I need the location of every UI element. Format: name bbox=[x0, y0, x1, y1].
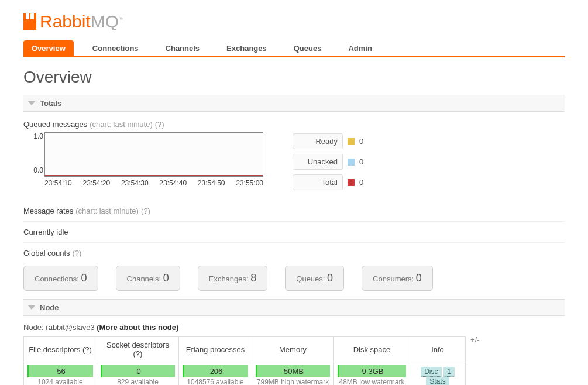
badge-stats[interactable]: Stats bbox=[426, 377, 449, 385]
disk-sub: 48MB low watermark bbox=[339, 378, 404, 385]
fd-value: 56 bbox=[27, 365, 93, 377]
x-tick: 23:54:10 bbox=[44, 179, 72, 187]
x-tick: 23:54:50 bbox=[198, 179, 225, 187]
count-label: Queues: bbox=[296, 274, 325, 283]
legend-label-unacked[interactable]: Unacked bbox=[293, 154, 343, 170]
count-value: 8 bbox=[250, 272, 256, 284]
y-axis: 1.0 0.0 bbox=[23, 132, 43, 174]
th-fd: File descriptors (?) bbox=[24, 337, 97, 362]
global-counts-label: Global counts (?) bbox=[23, 249, 565, 257]
ep-value: 206 bbox=[183, 365, 248, 377]
legend-label-total[interactable]: Total bbox=[293, 174, 343, 190]
tab-overview[interactable]: Overview bbox=[23, 40, 74, 56]
cell-disk: 9.3GB 48MB low watermark bbox=[334, 362, 410, 386]
x-tick: 23:54:20 bbox=[82, 179, 110, 187]
cell-sd: 0 829 available bbox=[97, 362, 179, 386]
brand-name: RabbitMQ™ bbox=[40, 12, 124, 32]
node-prefix: Node: bbox=[23, 323, 44, 332]
section-totals-title: Totals bbox=[40, 99, 61, 108]
queued-chart-hint: (chart: last minute) bbox=[90, 120, 153, 129]
count-connections[interactable]: Connections: 0 bbox=[23, 266, 98, 291]
th-disk: Disk space bbox=[334, 337, 410, 362]
cell-info: Disc 1 Stats bbox=[410, 362, 466, 386]
legend-ready: Ready 0 bbox=[293, 133, 371, 149]
logo: RabbitMQ™ bbox=[23, 12, 565, 32]
gc-label-text: Global counts bbox=[23, 249, 70, 257]
chart-plot bbox=[44, 132, 263, 177]
th-sd: Socket descriptors (?) bbox=[97, 337, 179, 362]
count-consumers[interactable]: Consumers: 0 bbox=[362, 266, 433, 291]
count-channels[interactable]: Channels: 0 bbox=[116, 266, 180, 291]
count-value: 0 bbox=[81, 272, 87, 284]
th-mem: Memory bbox=[252, 337, 334, 362]
count-value: 0 bbox=[416, 272, 422, 284]
count-exchanges[interactable]: Exchanges: 8 bbox=[198, 266, 268, 291]
node-name: rabbit@slave3 bbox=[46, 323, 94, 332]
x-tick: 23:55:00 bbox=[236, 179, 263, 187]
message-rates-label: Message rates (chart: last minute) (?) bbox=[23, 207, 565, 215]
node-table: File descriptors (?) Socket descriptors … bbox=[23, 336, 466, 385]
sd-sub: 829 available bbox=[117, 378, 159, 385]
cell-mem: 50MB 799MB high watermark bbox=[252, 362, 334, 386]
count-value: 0 bbox=[163, 272, 169, 284]
queued-messages-label: Queued messages (chart: last minute) (?) bbox=[23, 120, 565, 129]
legend-label-ready[interactable]: Ready bbox=[293, 133, 343, 149]
x-tick: 23:54:40 bbox=[159, 179, 187, 187]
table-header-row: File descriptors (?) Socket descriptors … bbox=[24, 337, 466, 362]
legend-value-total: 0 bbox=[359, 178, 371, 187]
th-info: Info bbox=[410, 337, 466, 362]
count-label: Channels: bbox=[127, 274, 161, 283]
chart-baseline bbox=[45, 175, 263, 176]
tab-exchanges[interactable]: Exchanges bbox=[218, 40, 275, 56]
section-node-title: Node bbox=[40, 303, 59, 312]
tab-connections[interactable]: Connections bbox=[84, 40, 147, 56]
queued-chart: 1.0 0.0 23:54:10 23:54:20 23:54:30 23:54… bbox=[23, 132, 263, 187]
x-axis: 23:54:10 23:54:20 23:54:30 23:54:40 23:5… bbox=[44, 179, 263, 187]
fd-sub: 1024 available bbox=[37, 378, 82, 385]
mem-sub: 799MB high watermark bbox=[257, 378, 329, 385]
node-more-link[interactable]: (More about this node) bbox=[97, 323, 178, 332]
section-totals-header[interactable]: Totals bbox=[23, 95, 565, 112]
mr-help-icon[interactable]: (?) bbox=[141, 207, 150, 215]
count-label: Exchanges: bbox=[209, 274, 249, 283]
tab-channels[interactable]: Channels bbox=[157, 40, 208, 56]
columns-toggle[interactable]: +/- bbox=[466, 335, 480, 344]
badge-one[interactable]: 1 bbox=[443, 367, 455, 377]
chart-legend: Ready 0 Unacked 0 Total 0 bbox=[293, 133, 371, 190]
swatch-ready bbox=[348, 138, 355, 145]
swatch-total bbox=[348, 179, 355, 186]
swatch-unacked bbox=[348, 159, 355, 166]
page-title: Overview bbox=[23, 68, 565, 87]
cell-fd: 56 1024 available bbox=[24, 362, 97, 386]
main-tabs: Overview Connections Channels Exchanges … bbox=[23, 40, 565, 57]
gc-help-icon[interactable]: (?) bbox=[73, 249, 82, 257]
global-counts: Connections: 0 Channels: 0 Exchanges: 8 … bbox=[23, 266, 565, 291]
mem-value: 50MB bbox=[256, 365, 330, 377]
section-node-header[interactable]: Node bbox=[23, 299, 565, 316]
rabbitmq-icon bbox=[23, 13, 36, 30]
legend-unacked: Unacked 0 bbox=[293, 154, 371, 170]
cell-ep: 206 1048576 available bbox=[179, 362, 252, 386]
trademark-icon: ™ bbox=[119, 16, 124, 22]
collapse-icon bbox=[28, 305, 35, 310]
mr-chart-hint: (chart: last minute) bbox=[75, 207, 139, 215]
count-label: Connections: bbox=[35, 274, 79, 283]
queued-help-icon[interactable]: (?) bbox=[155, 120, 164, 129]
x-tick: 23:54:30 bbox=[121, 179, 149, 187]
queued-label-text: Queued messages bbox=[23, 120, 87, 129]
y-tick-top: 1.0 bbox=[23, 132, 43, 140]
brand-mq: MQ bbox=[91, 12, 119, 31]
legend-value-ready: 0 bbox=[359, 137, 371, 146]
table-row: 56 1024 available 0 829 available 206 10… bbox=[24, 362, 466, 386]
y-tick-bottom: 0.0 bbox=[23, 166, 43, 174]
legend-value-unacked: 0 bbox=[359, 157, 371, 166]
badge-disc[interactable]: Disc bbox=[421, 367, 441, 377]
count-queues[interactable]: Queues: 0 bbox=[285, 266, 344, 291]
legend-total: Total 0 bbox=[293, 174, 371, 190]
tab-admin[interactable]: Admin bbox=[340, 40, 380, 56]
count-label: Consumers: bbox=[373, 274, 414, 283]
ep-sub: 1048576 available bbox=[187, 378, 243, 385]
node-line: Node: rabbit@slave3 (More about this nod… bbox=[23, 323, 565, 332]
mr-label-text: Message rates bbox=[23, 207, 73, 215]
tab-queues[interactable]: Queues bbox=[286, 40, 330, 56]
